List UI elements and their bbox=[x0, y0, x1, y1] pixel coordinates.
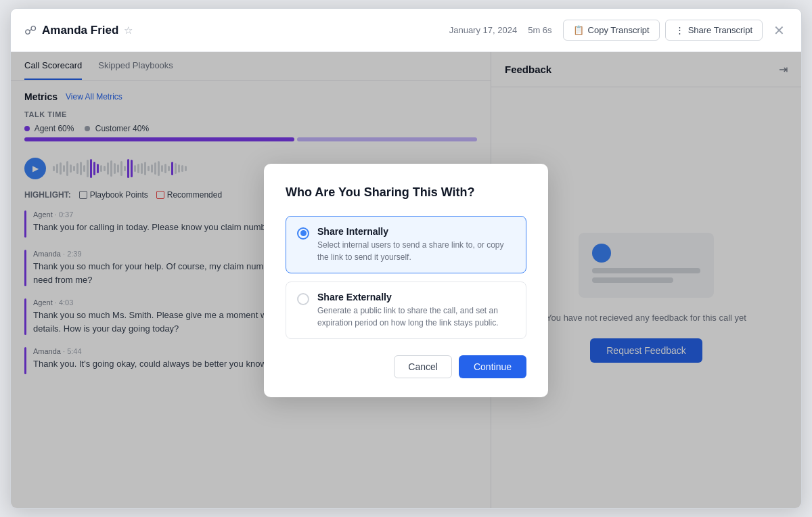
share-internally-desc: Select internal users to send a share li… bbox=[317, 239, 515, 263]
close-button[interactable]: ✕ bbox=[771, 20, 788, 41]
share-internally-title: Share Internally bbox=[317, 226, 515, 237]
share-icon: ⋮ bbox=[675, 25, 684, 35]
header-actions: 📋 Copy Transcript ⋮ Share Transcript ✕ bbox=[563, 20, 788, 41]
modal-title: Who Are You Sharing This With? bbox=[286, 185, 526, 200]
page-title: Amanda Fried bbox=[42, 24, 118, 37]
share-externally-title: Share Externally bbox=[317, 292, 515, 302]
radio-card-content-external: Share Externally Generate a public link … bbox=[317, 292, 515, 329]
radio-card-content-internal: Share Internally Select internal users t… bbox=[317, 226, 515, 263]
header-left: ☍ Amanda Fried ☆ bbox=[24, 23, 449, 38]
header-meta: January 17, 2024 5m 6s bbox=[449, 25, 552, 35]
share-modal: Who Are You Sharing This With? Share Int… bbox=[264, 164, 548, 397]
radio-inner bbox=[300, 230, 307, 236]
share-transcript-button[interactable]: ⋮ Share Transcript bbox=[665, 20, 763, 41]
share-externally-option[interactable]: Share Externally Generate a public link … bbox=[286, 282, 526, 339]
body: Call Scorecard Skipped Playbooks Metrics… bbox=[11, 52, 801, 508]
call-date: January 17, 2024 bbox=[449, 25, 517, 35]
share-internally-radio bbox=[297, 227, 309, 240]
copy-transcript-button[interactable]: 📋 Copy Transcript bbox=[563, 20, 660, 41]
share-externally-radio bbox=[297, 293, 309, 305]
continue-button[interactable]: Continue bbox=[459, 355, 526, 378]
document-icon: ☍ bbox=[24, 23, 37, 38]
call-duration: 5m 6s bbox=[528, 25, 551, 35]
modal-actions: Cancel Continue bbox=[286, 355, 526, 378]
star-icon[interactable]: ☆ bbox=[124, 24, 133, 37]
overlay: Who Are You Sharing This With? Share Int… bbox=[11, 52, 801, 508]
main-window: ☍ Amanda Fried ☆ January 17, 2024 5m 6s … bbox=[10, 8, 802, 509]
header: ☍ Amanda Fried ☆ January 17, 2024 5m 6s … bbox=[11, 9, 801, 52]
copy-icon: 📋 bbox=[573, 25, 584, 35]
cancel-button[interactable]: Cancel bbox=[394, 355, 452, 378]
share-externally-desc: Generate a public link to share the call… bbox=[317, 305, 515, 329]
share-internally-option[interactable]: Share Internally Select internal users t… bbox=[286, 216, 526, 273]
